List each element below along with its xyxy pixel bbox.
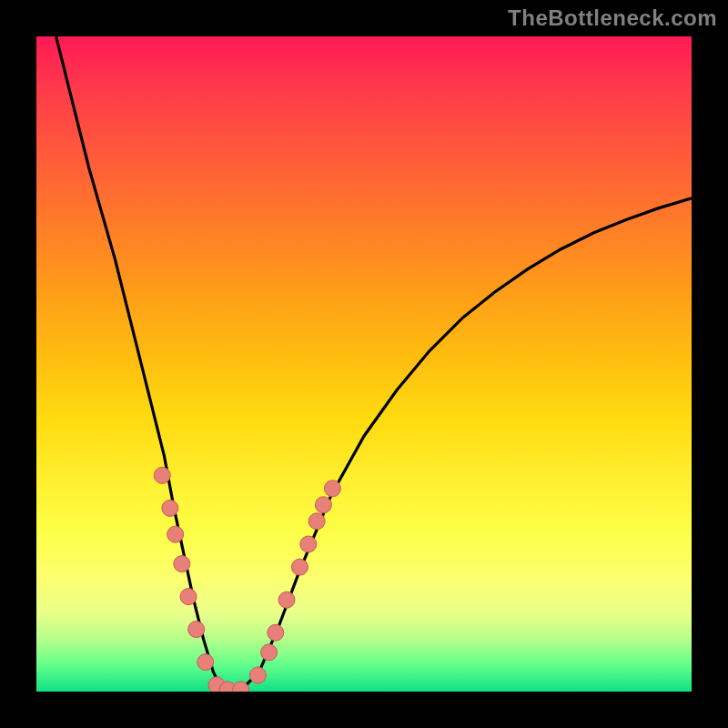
curve-path bbox=[56, 36, 692, 692]
data-marker bbox=[308, 513, 325, 530]
plot-area bbox=[36, 36, 692, 692]
chart-frame: TheBottleneck.com bbox=[0, 0, 728, 728]
data-marker bbox=[188, 622, 205, 638]
data-marker bbox=[154, 467, 170, 483]
data-marker bbox=[268, 624, 284, 641]
data-marker bbox=[261, 644, 278, 661]
bottleneck-curve bbox=[36, 36, 692, 692]
watermark-text: TheBottleneck.com bbox=[508, 5, 717, 31]
data-marker bbox=[249, 667, 266, 683]
data-marker bbox=[162, 500, 178, 516]
data-marker bbox=[167, 526, 184, 542]
data-marker bbox=[291, 559, 308, 575]
data-marker bbox=[197, 654, 214, 671]
data-marker bbox=[278, 592, 295, 608]
data-marker bbox=[180, 589, 197, 605]
data-marker bbox=[300, 536, 317, 552]
marker-group bbox=[154, 467, 340, 692]
data-marker bbox=[315, 497, 331, 513]
data-marker bbox=[324, 480, 340, 497]
data-marker bbox=[174, 556, 190, 572]
